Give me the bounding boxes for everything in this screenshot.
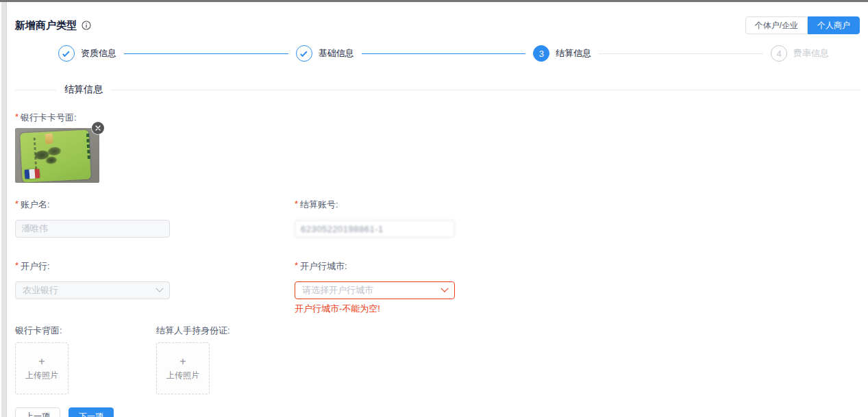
bank-select: 农业银行	[15, 281, 170, 299]
field-bank-card-front: * 银行卡卡号面:	[15, 112, 860, 183]
step-connector-3	[599, 53, 763, 54]
chevron-down-icon	[441, 285, 448, 292]
plus-icon: +	[38, 356, 45, 367]
required-mark: *	[15, 112, 18, 123]
field-bank: * 开户行: 农业银行	[15, 260, 295, 315]
field-settlement-account: * 结算账号:	[295, 199, 706, 238]
next-step-button[interactable]: 下一项	[69, 407, 114, 417]
page-title: 新增商户类型	[15, 19, 91, 32]
field-settler-id-photo: 结算人手持身份证: + 上传照片	[156, 325, 297, 394]
step-basic-info: 基础信息	[296, 45, 534, 62]
step-3-number: 3	[533, 45, 549, 62]
bank-city-select[interactable]: 请选择开户行城市	[295, 281, 455, 299]
previous-step-button[interactable]: 上一项	[15, 407, 60, 417]
field-account-name: * 账户名:	[15, 199, 295, 238]
step-rate-info: 4 费率信息	[771, 45, 829, 62]
section-title: 结算信息	[56, 84, 111, 96]
step-2-check-icon	[296, 45, 312, 62]
chevron-down-icon	[156, 285, 163, 292]
bank-city-placeholder: 请选择开户行城市	[302, 284, 373, 296]
step-qualification-info: 资质信息	[58, 45, 296, 62]
account-name-label: * 账户名:	[15, 199, 295, 211]
toggle-individual-enterprise-button[interactable]: 个体户/企业	[745, 16, 808, 34]
page-header: 新增商户类型 个体户/企业 个人商户	[15, 16, 860, 34]
info-icon[interactable]	[82, 21, 91, 30]
bank-card-back-upload[interactable]: + 上传照片	[15, 342, 69, 394]
collapsed-sidebar-strip	[1, 2, 7, 417]
bank-card-photo	[15, 128, 99, 183]
settlement-account-label: * 结算账号:	[295, 199, 706, 211]
page-title-text: 新增商户类型	[15, 19, 77, 32]
step-4-label: 费率信息	[793, 47, 829, 60]
bank-city-error-message: 开户行城市-不能为空!	[295, 303, 706, 315]
bank-city-label: * 开户行城市:	[295, 260, 706, 273]
upload-photo-label: 上传照片	[25, 370, 58, 381]
upload-photo-label: 上传照片	[166, 370, 199, 381]
plus-icon: +	[179, 356, 186, 367]
field-bank-card-back: 银行卡背面: + 上传照片	[15, 325, 156, 394]
bank-card-front-label: * 银行卡卡号面:	[15, 112, 860, 124]
remove-image-icon[interactable]	[92, 122, 104, 134]
step-1-check-icon	[58, 45, 75, 62]
account-name-input	[15, 220, 170, 238]
settlement-account-input[interactable]	[295, 220, 455, 238]
step-3-label: 结算信息	[556, 47, 591, 60]
form-footer: 上一项 下一项	[15, 407, 860, 417]
bank-label: * 开户行:	[15, 260, 295, 273]
step-settlement-info: 3 结算信息	[533, 45, 771, 62]
section-divider: 结算信息	[15, 83, 860, 97]
steps-bar: 资质信息 基础信息 3 结算信息 4 费率信息	[58, 45, 829, 62]
step-2-label: 基础信息	[319, 47, 354, 60]
merchant-type-toggle: 个体户/企业 个人商户	[745, 16, 860, 34]
step-4-number: 4	[771, 45, 787, 62]
merchant-form-page: 新增商户类型 个体户/企业 个人商户 资质信息 基础信息	[0, 0, 868, 417]
bank-select-value: 农业银行	[23, 284, 58, 296]
step-1-label: 资质信息	[81, 47, 116, 60]
toggle-personal-merchant-button[interactable]: 个人商户	[808, 16, 860, 34]
bank-card-back-label: 银行卡背面:	[15, 325, 156, 337]
settler-id-photo-label: 结算人手持身份证:	[156, 325, 297, 337]
field-bank-city: * 开户行城市: 请选择开户行城市 开户行城市-不能为空!	[295, 260, 706, 315]
settler-id-photo-upload[interactable]: + 上传照片	[156, 342, 210, 394]
step-connector-2	[362, 53, 526, 54]
unionpay-logo	[25, 168, 40, 179]
step-connector-1	[124, 53, 288, 54]
bank-card-front-thumbnail[interactable]	[15, 128, 99, 183]
